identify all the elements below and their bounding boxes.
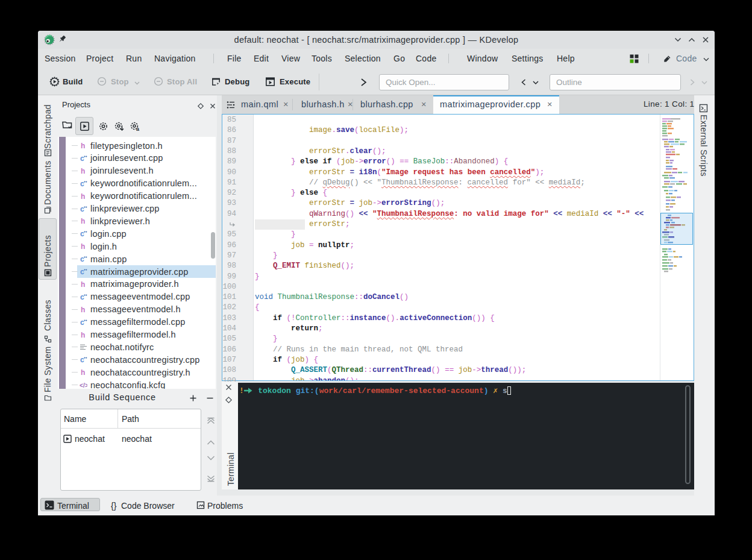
svg-text:h: h bbox=[81, 167, 86, 175]
svg-text:c: c bbox=[80, 180, 84, 187]
svg-text:c: c bbox=[80, 205, 84, 213]
svg-text:h: h bbox=[81, 242, 86, 250]
svg-text:c: c bbox=[80, 293, 84, 301]
svg-text:c: c bbox=[80, 230, 84, 238]
svg-text:h: h bbox=[81, 142, 86, 149]
svg-text:</>: </> bbox=[80, 382, 87, 389]
svg-text:h: h bbox=[81, 217, 86, 225]
svg-text:h: h bbox=[81, 331, 86, 339]
svg-text:c: c bbox=[80, 318, 84, 326]
svg-text:h: h bbox=[81, 280, 86, 288]
svg-text:c: c bbox=[80, 268, 84, 275]
svg-text:c: c bbox=[80, 356, 84, 363]
svg-text:c: c bbox=[80, 255, 84, 263]
svg-text:a: a bbox=[136, 126, 140, 132]
svg-text:h: h bbox=[81, 306, 86, 313]
svg-text:h: h bbox=[81, 368, 86, 376]
svg-text:h: h bbox=[81, 192, 86, 200]
svg-text:c: c bbox=[80, 154, 84, 162]
